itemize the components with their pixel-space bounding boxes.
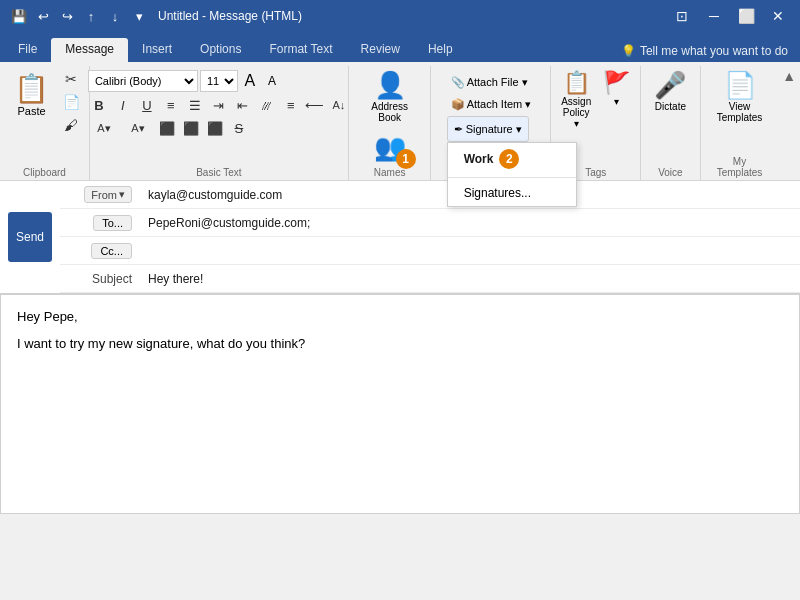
sig-menu-divider bbox=[448, 177, 576, 178]
signature-dropdown: Work 2 Signatures... bbox=[447, 142, 577, 207]
subject-field[interactable] bbox=[140, 269, 800, 289]
highlight-row: A▾ A▾ ⬛ ⬛ ⬛ S bbox=[88, 118, 350, 138]
assign-policy-btn[interactable]: 📋 AssignPolicy ▾ bbox=[557, 68, 595, 131]
bold-btn[interactable]: B bbox=[88, 95, 110, 115]
tab-insert[interactable]: Insert bbox=[128, 38, 186, 62]
ribbon-group-clipboard: 📋 Paste ✂ 📄 🖌 Clipboard bbox=[0, 66, 90, 180]
tab-message[interactable]: Message bbox=[51, 38, 128, 62]
save-qa-btn[interactable]: 💾 bbox=[8, 5, 30, 27]
maximize-btn[interactable]: ⬜ bbox=[732, 2, 760, 30]
title-bar: 💾 ↩ ↪ ↑ ↓ ▾ Untitled - Message (HTML) ⊡ … bbox=[0, 0, 800, 32]
minimize-btn[interactable]: ─ bbox=[700, 2, 728, 30]
paste-icon: 📋 bbox=[14, 72, 49, 105]
outdent-btn[interactable]: ⇤ bbox=[232, 95, 254, 115]
rtl-btn[interactable]: ⟵ bbox=[304, 95, 326, 115]
email-fields: From ▾ kayla@customguide.com To... Cc...… bbox=[60, 181, 800, 293]
basic-text-label: Basic Text bbox=[192, 165, 245, 180]
underline-btn[interactable]: U bbox=[136, 95, 158, 115]
templates-icon: 📄 bbox=[724, 70, 756, 101]
cc-field[interactable] bbox=[140, 241, 800, 261]
signatures-settings-item[interactable]: Signatures... bbox=[448, 180, 576, 206]
body-line2: I want to try my new signature, what do … bbox=[17, 336, 783, 351]
undo-qa-btn[interactable]: ↩ bbox=[32, 5, 54, 27]
from-dropdown-btn[interactable]: From ▾ bbox=[84, 186, 132, 203]
to-button[interactable]: To... bbox=[93, 215, 132, 231]
cc-button[interactable]: Cc... bbox=[91, 243, 132, 259]
indent-btn[interactable]: ⇥ bbox=[208, 95, 230, 115]
email-body[interactable]: Hey Pepe, I want to try my new signature… bbox=[0, 294, 800, 514]
badge-2: 2 bbox=[499, 149, 519, 169]
to-label: To... bbox=[60, 215, 140, 231]
ribbon-group-basic-text: Calibri (Body) 11 A A B I U ≡ ☰ ⇥ ⇤ ⫻ ≡ … bbox=[90, 66, 349, 180]
send-button[interactable]: Send bbox=[8, 212, 52, 262]
highlight-btn[interactable]: A▾ bbox=[88, 118, 120, 138]
quick-access-toolbar: 💾 ↩ ↪ ↑ ↓ ▾ bbox=[8, 5, 150, 27]
down-qa-btn[interactable]: ↓ bbox=[104, 5, 126, 27]
collapse-ribbon-btn[interactable]: ▲ bbox=[778, 66, 800, 86]
flag-btn[interactable]: 🚩 ▾ bbox=[599, 68, 634, 109]
align-center-btn[interactable]: ≡ bbox=[280, 95, 302, 115]
font-family-select[interactable]: Calibri (Body) bbox=[88, 70, 198, 92]
ribbon: 📋 Paste ✂ 📄 🖌 Clipboard Calibri (Body) 1… bbox=[0, 62, 800, 181]
format-painter-btn[interactable]: 🖌 bbox=[59, 114, 83, 136]
to-row: To... bbox=[60, 209, 800, 237]
align-center2-btn[interactable]: ⬛ bbox=[180, 118, 202, 138]
tell-me-bar[interactable]: 💡 Tell me what you want to do bbox=[609, 40, 800, 62]
bullet-list-btn[interactable]: ≡ bbox=[160, 95, 182, 115]
signature-btn[interactable]: ✒ Signature ▾ bbox=[447, 116, 529, 142]
address-book-icon: 👤 bbox=[374, 70, 406, 101]
font-grow-btn[interactable]: A bbox=[240, 71, 260, 91]
cut-btn[interactable]: ✂ bbox=[59, 68, 83, 90]
from-row: From ▾ kayla@customguide.com bbox=[60, 181, 800, 209]
clipboard-label: Clipboard bbox=[19, 165, 70, 180]
tab-options[interactable]: Options bbox=[186, 38, 255, 62]
voice-label: Voice bbox=[654, 165, 686, 180]
subject-label: Subject bbox=[60, 272, 140, 286]
font-row: Calibri (Body) 11 A A bbox=[88, 70, 350, 92]
lightbulb-icon: 💡 bbox=[621, 44, 636, 58]
align-left-btn[interactable]: ⫻ bbox=[256, 95, 278, 115]
ribbon-tabs: File Message Insert Options Format Text … bbox=[0, 32, 800, 62]
close-btn[interactable]: ✕ bbox=[764, 2, 792, 30]
tab-format-text[interactable]: Format Text bbox=[255, 38, 346, 62]
font-size-select[interactable]: 11 bbox=[200, 70, 238, 92]
flag-icon: 🚩 bbox=[603, 70, 630, 96]
microphone-icon: 🎤 bbox=[654, 70, 686, 101]
email-area: Send From ▾ kayla@customguide.com To... bbox=[0, 181, 800, 294]
window-controls: ⊡ ─ ⬜ ✕ bbox=[668, 2, 792, 30]
assign-policy-icon: 📋 bbox=[563, 70, 590, 96]
dictate-btn[interactable]: 🎤 Dictate bbox=[646, 68, 694, 114]
italic-btn[interactable]: I bbox=[112, 95, 134, 115]
from-label: From ▾ bbox=[60, 186, 140, 203]
more-qa-btn[interactable]: ▾ bbox=[128, 5, 150, 27]
tab-help[interactable]: Help bbox=[414, 38, 467, 62]
attach-file-icon: 📎 bbox=[451, 76, 465, 89]
attach-file-btn[interactable]: 📎 Attach File ▾ bbox=[447, 72, 532, 92]
restore-down-btn[interactable]: ⊡ bbox=[668, 2, 696, 30]
align-right2-btn[interactable]: ⬛ bbox=[204, 118, 226, 138]
body-line1: Hey Pepe, bbox=[17, 309, 783, 324]
include-inner: 📎 Attach File ▾ 📦 Attach Item ▾ ✒ Signat… bbox=[447, 68, 536, 165]
font-shrink-btn[interactable]: A bbox=[262, 71, 282, 91]
redo-qa-btn[interactable]: ↪ bbox=[56, 5, 78, 27]
strikethrough-btn[interactable]: S bbox=[228, 118, 250, 138]
my-templates-inner: 📄 ViewTemplates bbox=[709, 68, 771, 154]
clipboard-inner: 📋 Paste ✂ 📄 🖌 bbox=[6, 68, 83, 165]
clear-format-btn[interactable]: A↓ bbox=[328, 95, 350, 115]
up-qa-btn[interactable]: ↑ bbox=[80, 5, 102, 27]
address-book-btn[interactable]: 👤 Address Book bbox=[355, 68, 425, 125]
to-field[interactable] bbox=[140, 213, 800, 233]
signature-wrap: ✒ Signature ▾ Work 2 Signatures... bbox=[447, 116, 529, 142]
copy-btn[interactable]: 📄 bbox=[59, 91, 83, 113]
tab-file[interactable]: File bbox=[4, 38, 51, 62]
names-buttons: 👤 Address Book 👥 1 bbox=[355, 68, 425, 165]
align-left2-btn[interactable]: ⬛ bbox=[156, 118, 178, 138]
font-color-btn[interactable]: A▾ bbox=[122, 118, 154, 138]
view-templates-btn[interactable]: 📄 ViewTemplates bbox=[709, 68, 771, 125]
tab-review[interactable]: Review bbox=[347, 38, 414, 62]
number-list-btn[interactable]: ☰ bbox=[184, 95, 206, 115]
signature-work-item[interactable]: Work 2 bbox=[448, 143, 576, 175]
check-names-area: 👥 1 bbox=[372, 129, 408, 165]
attach-item-btn[interactable]: 📦 Attach Item ▾ bbox=[447, 94, 536, 114]
paste-button[interactable]: 📋 Paste bbox=[6, 68, 57, 121]
